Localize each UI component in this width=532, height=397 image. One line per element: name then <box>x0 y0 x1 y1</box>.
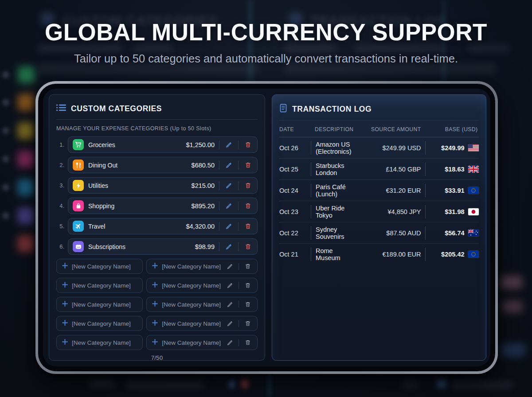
divider <box>311 184 311 197</box>
category-name: Dining Out <box>88 162 187 169</box>
delete-category-button[interactable] <box>243 140 253 150</box>
delete-category-button[interactable] <box>243 222 253 231</box>
divider <box>219 202 219 210</box>
add-category-slot[interactable]: [New Category Name] <box>56 278 143 293</box>
utensils-icon <box>73 160 84 171</box>
category-row: 4. Shopping $895.20 <box>56 198 258 214</box>
column-header-base-usd: BASE (USD) <box>430 126 479 132</box>
empty-slot-label: [New Category Name] <box>72 301 138 308</box>
edit-category-button[interactable] <box>225 319 235 328</box>
add-category-slot[interactable]: [New Category Name] <box>56 259 143 274</box>
background-blur <box>3 128 9 134</box>
delete-category-button[interactable] <box>243 319 253 328</box>
airplane-icon <box>73 221 84 232</box>
list-icon <box>56 104 66 113</box>
flag-au-icon <box>468 230 479 237</box>
empty-slot-label: [New Category Name] <box>72 282 138 289</box>
edit-category-button[interactable] <box>225 338 235 347</box>
plus-icon <box>152 319 158 327</box>
category-row: 6. vod Subscriptions $98.99 <box>56 238 258 255</box>
category-amount: $895.20 <box>192 202 215 210</box>
delete-category-button[interactable] <box>243 181 253 191</box>
transaction-description: Amazon US (Electronics) <box>315 141 354 155</box>
transaction-description: Sydney Souvenirs <box>315 226 354 240</box>
plus-icon <box>62 339 68 346</box>
background-category-blur-orange <box>18 94 35 111</box>
bolt-icon <box>73 180 84 191</box>
delete-category-button[interactable] <box>243 280 253 290</box>
plus-icon <box>62 300 68 308</box>
add-category-slot[interactable]: [New Category Name] <box>146 335 258 350</box>
category-amount: $1,250.00 <box>186 141 215 148</box>
category-name: Subscriptions <box>88 243 191 250</box>
divider <box>219 181 219 190</box>
delete-category-button[interactable] <box>243 201 253 211</box>
delete-category-button[interactable] <box>243 338 253 347</box>
category-amount: $4,320.00 <box>186 223 215 230</box>
add-category-slot[interactable]: [New Category Name] <box>146 297 258 312</box>
background-blur <box>3 72 9 78</box>
document-icon <box>279 104 287 114</box>
category-card-subscriptions[interactable]: vod Subscriptions $98.99 <box>68 238 258 255</box>
delete-category-button[interactable] <box>243 300 253 309</box>
empty-slot-label: [New Category Name] <box>72 263 138 270</box>
transaction-date: Oct 21 <box>279 251 307 258</box>
category-index: 1. <box>56 141 64 148</box>
transactions-panel-header: TRANSACTION LOG <box>279 100 479 121</box>
transaction-row: Oct 26 Amazon US (Electronics) $249.99 U… <box>279 137 479 159</box>
add-category-slot[interactable]: [New Category Name] <box>146 259 258 274</box>
edit-category-button[interactable] <box>225 280 235 290</box>
category-card-shopping[interactable]: Shopping $895.20 <box>68 198 258 214</box>
edit-category-button[interactable] <box>224 242 234 252</box>
background-category-blur-pink <box>18 151 35 167</box>
delete-category-button[interactable] <box>243 242 253 252</box>
category-list: 1. Groceries $1,250.00 2. <box>56 136 258 255</box>
category-card-utilities[interactable]: Utilities $215.00 <box>68 177 258 194</box>
divider <box>425 184 426 197</box>
edit-category-button[interactable] <box>224 181 234 191</box>
delete-category-button[interactable] <box>243 160 253 170</box>
edit-category-button[interactable] <box>224 222 234 231</box>
plus-icon <box>152 339 158 346</box>
transaction-description: Paris Café (Lunch) <box>315 183 354 198</box>
category-amount: $215.00 <box>192 182 215 189</box>
transaction-row: Oct 22 Sydney Souvenirs $87.50 AUD $56.7… <box>279 222 479 244</box>
edit-category-button[interactable] <box>224 201 234 211</box>
background-blur <box>229 380 235 389</box>
divider <box>425 226 426 240</box>
plus-icon <box>152 281 158 289</box>
category-row: 5. Travel $4,320.00 <box>56 218 258 234</box>
edit-category-button[interactable] <box>224 160 234 170</box>
edit-category-button[interactable] <box>225 261 235 271</box>
category-row: 1. Groceries $1,250.00 <box>56 136 258 153</box>
transaction-source-amount: $87.50 AUD <box>354 230 421 237</box>
add-category-slot[interactable]: [New Category Name] <box>146 316 258 331</box>
categories-panel-title: CUSTOM CATEGORIES <box>71 104 162 113</box>
divider <box>311 205 311 218</box>
transaction-base-amount: $205.42 <box>430 251 465 258</box>
divider <box>425 141 426 155</box>
plus-icon <box>62 262 68 270</box>
transaction-date: Oct 24 <box>279 187 307 194</box>
divider <box>239 339 239 346</box>
empty-slot-label: [New Category Name] <box>162 320 221 327</box>
add-category-slot[interactable]: [New Category Name] <box>56 335 143 350</box>
transaction-base-amount: $18.63 <box>430 166 465 173</box>
category-card-dining-out[interactable]: Dining Out $680.50 <box>68 157 258 173</box>
divider <box>425 205 426 218</box>
category-index: 2. <box>56 162 64 168</box>
edit-category-button[interactable] <box>224 140 234 150</box>
edit-category-button[interactable] <box>225 300 235 309</box>
transaction-date: Oct 25 <box>279 166 307 173</box>
add-category-slot[interactable]: [New Category Name] <box>56 316 143 331</box>
category-card-travel[interactable]: Travel $4,320.00 <box>68 218 258 234</box>
delete-category-button[interactable] <box>243 261 253 271</box>
add-category-slot[interactable]: [New Category Name] <box>56 297 143 312</box>
divider <box>238 161 239 170</box>
transaction-source-amount: $249.99 USD <box>354 144 421 152</box>
add-category-slot[interactable]: [New Category Name] <box>146 278 258 293</box>
divider <box>238 202 239 210</box>
category-card-groceries[interactable]: Groceries $1,250.00 <box>68 136 258 153</box>
column-header-description: DESCRIPTION <box>315 126 354 132</box>
category-name: Utilities <box>88 182 187 189</box>
